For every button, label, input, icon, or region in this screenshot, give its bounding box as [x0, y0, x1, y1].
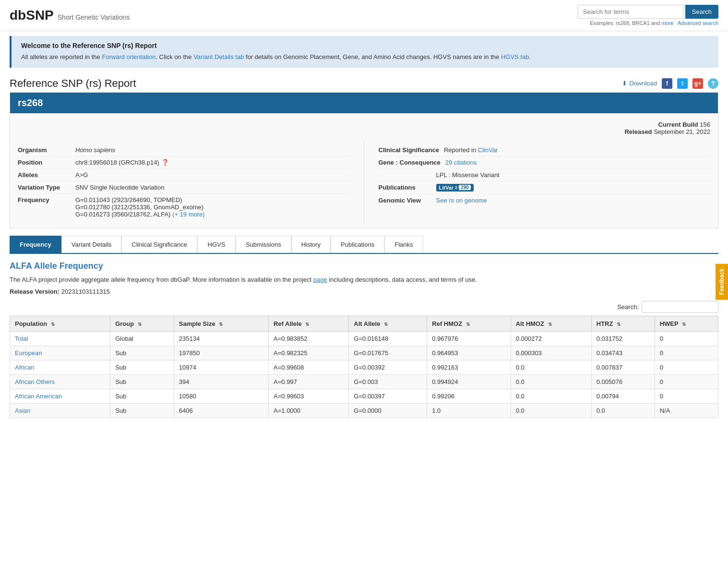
table-body: TotalGlobal235134A=0.983852G=0.0161480.9… — [10, 332, 718, 418]
table-cell: 6406 — [174, 404, 268, 418]
table-cell: Sub — [110, 375, 174, 389]
tab-flanks[interactable]: Flanks — [384, 236, 423, 253]
advanced-search-link[interactable]: Advanced search — [678, 20, 718, 26]
search-button[interactable]: Search — [685, 5, 718, 19]
search-examples: Examples: rs268, BRCA1 and more Advanced… — [590, 20, 718, 26]
search-area: Search Examples: rs268, BRCA1 and more A… — [578, 5, 718, 26]
sort-icon: ⇅ — [219, 322, 223, 327]
download-link[interactable]: ⬇ Download — [622, 80, 657, 87]
tab-hgvs[interactable]: HGVS — [197, 236, 236, 253]
table-cell: 0.964953 — [427, 346, 511, 360]
population-link[interactable]: African American — [15, 393, 62, 400]
variation-type-row: Variation Type SNV Single Nucleotide Var… — [18, 181, 349, 194]
frequency-table: Population ⇅Group ⇅Sample Size ⇅Ref Alle… — [10, 316, 718, 418]
table-row: TotalGlobal235134A=0.983852G=0.0161480.9… — [10, 332, 718, 346]
publications-row: Publications LitVar2 290 — [379, 181, 711, 194]
table-cell[interactable]: Asian — [10, 404, 110, 418]
examples-more-link[interactable]: more — [661, 20, 673, 26]
table-cell: 0 — [655, 389, 718, 404]
gene-consequence-value: 29 citations — [445, 159, 477, 166]
frequency-more-link[interactable]: (+ 19 more) — [172, 211, 205, 218]
table-cell: A=0.99603 — [269, 389, 349, 404]
table-cell: 0 — [655, 360, 718, 375]
table-cell[interactable]: African — [10, 360, 110, 375]
column-header-ref-hmoz[interactable]: Ref HMOZ ⇅ — [427, 316, 511, 332]
clinical-sig-label: Clinical Significance — [379, 146, 439, 154]
feedback-label: Feedback — [718, 268, 725, 295]
table-cell: 0.967976 — [427, 332, 511, 346]
clinvar-link[interactable]: ClinVar — [478, 146, 498, 154]
gene-consequence-row: Gene : Consequence 29 citations — [379, 156, 711, 169]
hgvs-tab-link[interactable]: HGVS tab — [501, 53, 529, 60]
sort-icon: ⇅ — [617, 322, 621, 327]
table-cell: 1.0 — [427, 404, 511, 418]
table-cell: A=0.997 — [269, 375, 349, 389]
column-header-alt-hmoz[interactable]: Alt HMOZ ⇅ — [511, 316, 591, 332]
rs-body: Current Build 156 Released September 21,… — [10, 113, 718, 228]
column-header-ref-allele[interactable]: Ref Allele ⇅ — [269, 316, 349, 332]
table-cell: 10580 — [174, 389, 268, 404]
population-link[interactable]: African Others — [15, 378, 55, 385]
help-icon[interactable]: ? — [708, 78, 718, 89]
facebook-icon[interactable]: f — [662, 78, 672, 89]
table-cell[interactable]: African American — [10, 389, 110, 404]
table-cell: Sub — [110, 346, 174, 360]
frequency-row: Frequency G=0.011043 (2923/264690, TOPME… — [18, 194, 349, 220]
table-cell: 394 — [174, 375, 268, 389]
googleplus-icon[interactable]: g+ — [692, 78, 703, 89]
table-cell: 235134 — [174, 332, 268, 346]
alfa-page-link[interactable]: page — [313, 276, 327, 283]
population-link[interactable]: European — [15, 349, 42, 357]
publications-label: Publications — [379, 184, 431, 192]
genomic-view-label: Genomic View — [379, 197, 431, 204]
tab-publications[interactable]: Publications — [331, 236, 384, 253]
table-cell: Global — [110, 332, 174, 346]
build-info: Current Build 156 Released September 21,… — [624, 118, 710, 138]
position-help-icon[interactable]: ❓ — [161, 159, 169, 166]
tab-variant-details[interactable]: Variant Details — [61, 236, 122, 253]
column-header-hwep[interactable]: HWEP ⇅ — [655, 316, 718, 332]
tab-history[interactable]: History — [291, 236, 331, 253]
litvar-badge[interactable]: LitVar2 290 — [436, 184, 474, 192]
genomic-view-row: Genomic View See rs on genome — [379, 194, 711, 206]
population-link[interactable]: African — [15, 364, 34, 371]
population-link[interactable]: Total — [15, 335, 28, 342]
table-cell[interactable]: African Others — [10, 375, 110, 389]
download-icon: ⬇ — [622, 80, 627, 87]
main-content: ALFA Allele Frequency The ALFA project p… — [0, 254, 728, 426]
tab-clinical-significance[interactable]: Clinical Significance — [121, 236, 197, 253]
table-cell: 0.994924 — [427, 375, 511, 389]
column-header-sample-size[interactable]: Sample Size ⇅ — [174, 316, 268, 332]
table-cell: G=0.00397 — [349, 389, 427, 404]
table-cell: 0 — [655, 332, 718, 346]
variant-details-tab-link[interactable]: Variant Details tab — [193, 53, 244, 60]
table-cell: 0.031752 — [591, 332, 655, 346]
tab-frequency[interactable]: Frequency — [10, 236, 61, 253]
feedback-button[interactable]: Feedback — [716, 264, 728, 299]
column-header-group[interactable]: Group ⇅ — [110, 316, 174, 332]
population-link[interactable]: Asian — [15, 407, 31, 414]
table-cell: 0.0 — [511, 360, 591, 375]
examples-text: rs268, BRCA1 and — [616, 20, 660, 26]
citations-link[interactable]: 29 citations — [445, 159, 477, 166]
table-cell: A=0.982325 — [269, 346, 349, 360]
column-header-htrz[interactable]: HTRZ ⇅ — [591, 316, 655, 332]
table-cell: 0.99206 — [427, 389, 511, 404]
section-title: ALFA Allele Frequency — [10, 261, 718, 271]
search-input[interactable] — [578, 5, 683, 19]
rs-id: rs268 — [18, 97, 43, 108]
table-cell: 0.000303 — [511, 346, 591, 360]
genomic-view-link[interactable]: See rs on genome — [436, 197, 487, 204]
tab-submissions[interactable]: Submissions — [236, 236, 291, 253]
column-header-alt-allele[interactable]: Alt Allele ⇅ — [349, 316, 427, 332]
table-cell: 0.0 — [591, 404, 655, 418]
rs-details-grid: Organism Homo sapiens Position chr8:1995… — [18, 141, 710, 223]
table-search-input[interactable] — [642, 301, 718, 313]
alleles-label: Alleles — [18, 171, 71, 179]
forward-orientation-link[interactable]: Forward orientation — [102, 53, 155, 60]
column-header-population[interactable]: Population ⇅ — [10, 316, 110, 332]
table-cell[interactable]: Total — [10, 332, 110, 346]
table-cell[interactable]: European — [10, 346, 110, 360]
table-cell: 0.0 — [511, 404, 591, 418]
twitter-icon[interactable]: t — [677, 78, 688, 89]
